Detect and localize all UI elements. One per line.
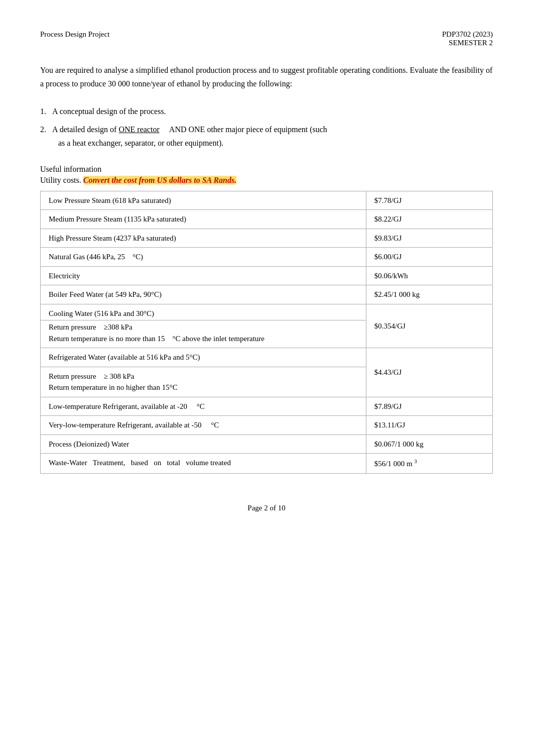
list-continuation: as a heat exchanger, separator, or other… [52, 139, 223, 147]
utility-highlight: Convert the cost from US dollars to SA R… [83, 176, 236, 184]
page: Process Design Project PDP3702 (2023) SE… [0, 0, 533, 756]
table-cell-desc: Electricity [41, 266, 366, 285]
table-cell-desc: Return pressure ≥ 308 kPa Return tempera… [41, 367, 366, 397]
table-cell-cost: $2.45/1 000 kg [366, 285, 492, 304]
list-num-1: 1. [40, 104, 52, 118]
table-cell-cost: $56/1 000 m 3 [366, 454, 492, 474]
table-cell-cost: $13.11/GJ [366, 416, 492, 435]
table-cell-cost: $0.06/kWh [366, 266, 492, 285]
table-cell-desc: Low Pressure Steam (618 kPa saturated) [41, 191, 366, 210]
list-item-1: 1. A conceptual design of the process. [40, 104, 493, 118]
table-row: Natural Gas (446 kPa, 25 °C) $6.00/GJ [41, 248, 493, 267]
list-item-2: 2. A detailed design of ONE reactor AND … [40, 123, 493, 150]
table-cell-cost: $7.89/GJ [366, 397, 492, 416]
table-cell-desc: High Pressure Steam (4237 kPa saturated) [41, 229, 366, 248]
table-cell-desc: Natural Gas (446 kPa, 25 °C) [41, 248, 366, 267]
utility-table: Low Pressure Steam (618 kPa saturated) $… [40, 191, 493, 474]
table-cell-cost: $9.83/GJ [366, 229, 492, 248]
list-content-2: A detailed design of ONE reactor AND ONE… [52, 123, 493, 150]
table-row: Medium Pressure Steam (1135 kPa saturate… [41, 210, 493, 229]
intro-paragraph: You are required to analyse a simplified… [40, 63, 493, 90]
utility-label: Utility costs. [40, 176, 81, 184]
table-row: Electricity $0.06/kWh [41, 266, 493, 285]
table-cell-cost: $8.22/GJ [366, 210, 492, 229]
course-code: PDP3702 (2023) [442, 30, 493, 39]
table-cell-desc: Refrigerated Water (available at 516 kPa… [41, 348, 366, 367]
footer: Page 2 of 10 [40, 504, 493, 512]
table-cell-desc: Very-low-temperature Refrigerant, availa… [41, 416, 366, 435]
list-content-1: A conceptual design of the process. [52, 104, 493, 118]
page-number: Page 2 of 10 [247, 504, 285, 512]
table-row: Cooling Water (516 kPa and 30°C) $0.354/… [41, 304, 493, 320]
table-cell-desc: Process (Deionized) Water [41, 435, 366, 454]
table-row: Low-temperature Refrigerant, available a… [41, 397, 493, 416]
table-row: High Pressure Steam (4237 kPa saturated)… [41, 229, 493, 248]
underline-one-reactor: ONE reactor [118, 125, 159, 134]
table-row: Waste-Water Treatment, based on total vo… [41, 454, 493, 474]
project-title: Process Design Project [40, 30, 109, 38]
table-cell-desc: Low-temperature Refrigerant, available a… [41, 397, 366, 416]
table-cell-desc: Boiler Feed Water (at 549 kPa, 90°C) [41, 285, 366, 304]
header-right: PDP3702 (2023) SEMESTER 2 [442, 30, 493, 47]
task-list: 1. A conceptual design of the process. 2… [40, 104, 493, 150]
table-cell-desc: Cooling Water (516 kPa and 30°C) [41, 304, 366, 320]
table-cell-cost: $0.354/GJ [366, 304, 492, 348]
utility-line: Utility costs. Convert the cost from US … [40, 176, 493, 185]
table-cell-desc: Return pressure ≥308 kPa Return temperat… [41, 320, 366, 348]
semester: SEMESTER 2 [442, 39, 493, 47]
table-cell-desc: Medium Pressure Steam (1135 kPa saturate… [41, 210, 366, 229]
table-cell-cost: $0.067/1 000 kg [366, 435, 492, 454]
useful-section: Useful information Utility costs. Conver… [40, 165, 493, 185]
table-cell-cost: $7.78/GJ [366, 191, 492, 210]
header-left: Process Design Project [40, 30, 109, 39]
header: Process Design Project PDP3702 (2023) SE… [40, 30, 493, 47]
table-row: Process (Deionized) Water $0.067/1 000 k… [41, 435, 493, 454]
table-row: Refrigerated Water (available at 516 kPa… [41, 348, 493, 367]
table-row: Boiler Feed Water (at 549 kPa, 90°C) $2.… [41, 285, 493, 304]
table-cell-cost: $6.00/GJ [366, 248, 492, 267]
list-num-2: 2. [40, 123, 52, 136]
table-row: Very-low-temperature Refrigerant, availa… [41, 416, 493, 435]
useful-title: Useful information [40, 165, 493, 174]
table-row: Low Pressure Steam (618 kPa saturated) $… [41, 191, 493, 210]
table-cell-cost: $4.43/GJ [366, 348, 492, 397]
table-cell-desc: Waste-Water Treatment, based on total vo… [41, 454, 366, 474]
